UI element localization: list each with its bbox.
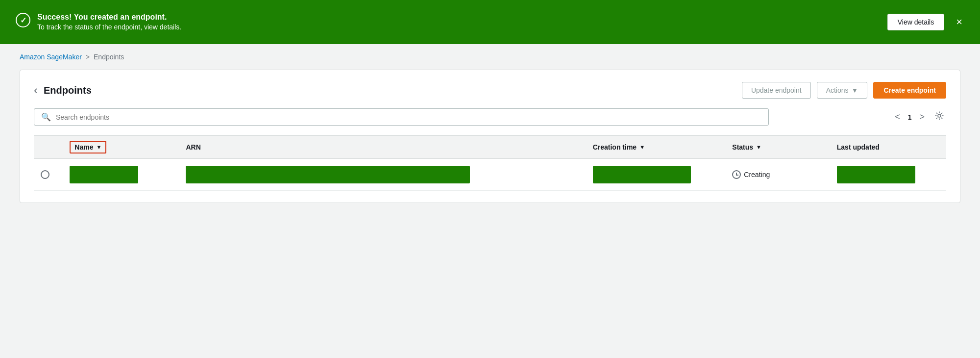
next-page-button[interactable]: > [916, 111, 928, 123]
th-creation-time[interactable]: Creation time ▼ [586, 136, 726, 159]
pagination: < 1 > [892, 109, 946, 125]
banner-close-button[interactable]: × [954, 15, 964, 29]
row-name-cell [63, 159, 179, 191]
name-sort-icon: ▼ [96, 144, 101, 150]
banner-subtitle: To track the status of the endpoint, vie… [37, 23, 181, 32]
success-banner: Success! You created an endpoint. To tra… [0, 0, 980, 44]
table-row: Creating [34, 159, 946, 191]
banner-left: Success! You created an endpoint. To tra… [16, 12, 181, 32]
row-name-value [70, 166, 138, 183]
card-header-right: Update endpoint Actions ▼ Create endpoin… [742, 82, 946, 99]
table-settings-button[interactable] [932, 109, 946, 125]
search-row: 🔍 < 1 > [34, 108, 946, 126]
status-sort-icon: ▼ [756, 144, 761, 150]
row-creation-cell [586, 159, 726, 191]
row-status-value: Creating [732, 170, 823, 179]
success-icon [16, 13, 30, 27]
actions-dropdown-icon: ▼ [852, 86, 858, 94]
th-checkbox [34, 136, 63, 159]
actions-label: Actions [826, 86, 849, 94]
creation-sort-icon: ▼ [639, 144, 645, 150]
status-label: Creating [744, 171, 770, 179]
row-creation-value [593, 166, 691, 183]
row-radio-cell [34, 159, 63, 191]
banner-right: View details × [887, 14, 964, 30]
settings-icon [934, 111, 944, 121]
search-input[interactable] [56, 113, 761, 121]
th-status[interactable]: Status ▼ [725, 136, 830, 159]
th-status-label: Status [732, 143, 753, 151]
row-updated-cell [830, 159, 946, 191]
search-box: 🔍 [34, 108, 769, 126]
breadcrumb-parent-link[interactable]: Amazon SageMaker [20, 53, 82, 61]
row-radio-button[interactable] [41, 170, 49, 179]
th-arn-label: ARN [186, 143, 200, 151]
svg-point-0 [938, 114, 941, 117]
page-number: 1 [908, 113, 912, 121]
actions-button[interactable]: Actions ▼ [817, 82, 868, 99]
card-header-left: ‹ Endpoints [34, 84, 92, 96]
search-icon: 🔍 [41, 112, 51, 122]
th-last-updated-label: Last updated [837, 143, 880, 151]
th-name-label: Name [74, 143, 93, 151]
row-updated-value [837, 166, 915, 183]
banner-text: Success! You created an endpoint. To tra… [37, 12, 181, 32]
view-details-button[interactable]: View details [887, 14, 944, 30]
prev-page-button[interactable]: < [892, 111, 903, 123]
endpoints-card: ‹ Endpoints Update endpoint Actions ▼ Cr… [20, 70, 960, 203]
row-status-cell: Creating [725, 159, 830, 191]
table-header-row: Name ▼ ARN Creation time ▼ Status [34, 136, 946, 159]
banner-title: Success! You created an endpoint. [37, 12, 181, 23]
card-header: ‹ Endpoints Update endpoint Actions ▼ Cr… [34, 82, 946, 99]
breadcrumb: Amazon SageMaker > Endpoints [0, 44, 980, 70]
th-last-updated: Last updated [830, 136, 946, 159]
th-creation-label: Creation time [593, 143, 637, 151]
create-endpoint-button[interactable]: Create endpoint [873, 82, 946, 99]
row-arn-value [186, 166, 470, 183]
row-arn-cell [179, 159, 586, 191]
th-name[interactable]: Name ▼ [63, 136, 179, 159]
clock-icon [732, 170, 741, 179]
back-arrow-icon[interactable]: ‹ [34, 84, 38, 96]
breadcrumb-separator: > [86, 53, 90, 61]
breadcrumb-current: Endpoints [94, 53, 124, 61]
update-endpoint-label: Update endpoint [751, 86, 802, 94]
th-arn: ARN [179, 136, 586, 159]
endpoints-table: Name ▼ ARN Creation time ▼ Status [34, 135, 946, 191]
card-title: Endpoints [44, 85, 92, 96]
update-endpoint-button[interactable]: Update endpoint [742, 82, 811, 99]
